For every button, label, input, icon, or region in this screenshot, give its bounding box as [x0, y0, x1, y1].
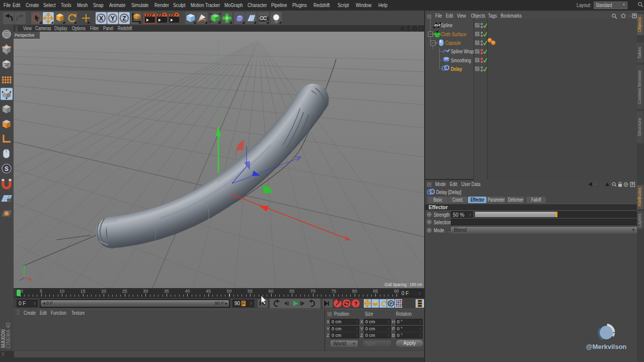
svg-text:?: ?	[354, 301, 358, 307]
svg-text:S: S	[5, 165, 9, 172]
svg-text:X: X	[99, 15, 103, 22]
svg-text:P: P	[389, 301, 392, 306]
svg-text:Z: Z	[122, 15, 126, 22]
svg-text:Y: Y	[111, 15, 115, 22]
